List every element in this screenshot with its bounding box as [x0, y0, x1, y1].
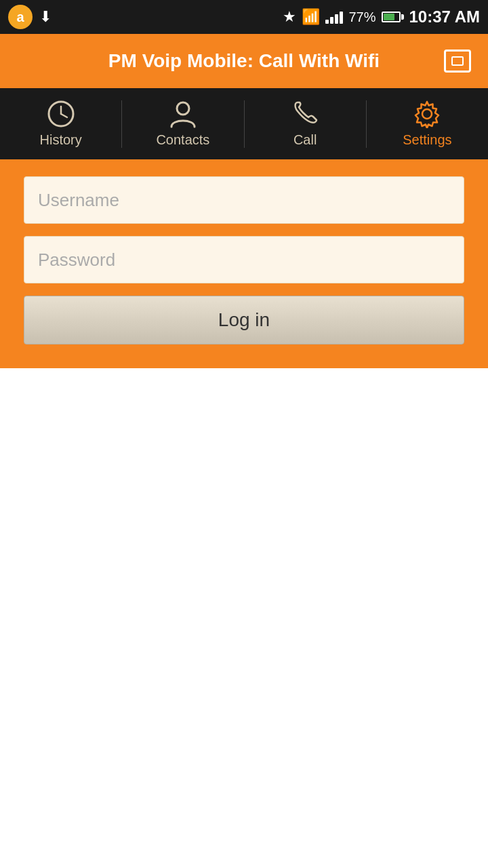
battery-percent: 77%: [348, 9, 375, 25]
bluetooth-icon: ★: [283, 8, 296, 26]
tab-settings-label: Settings: [403, 132, 451, 148]
login-button[interactable]: Log in: [24, 296, 464, 344]
username-input[interactable]: [24, 176, 464, 224]
clock-icon: [47, 100, 75, 128]
status-bar: a ⬇ ★ 📶 77% 10:37 AM: [0, 0, 488, 34]
white-area: [0, 368, 488, 843]
tab-call-label: Call: [293, 132, 317, 148]
wifi-icon: 📶: [302, 8, 320, 26]
menu-icon: [444, 50, 471, 73]
tab-call[interactable]: Call: [245, 88, 366, 159]
app-status-icon: a: [8, 5, 33, 29]
tab-history-label: History: [40, 132, 82, 148]
download-icon: ⬇: [39, 8, 52, 26]
tab-contacts-label: Contacts: [156, 132, 209, 148]
svg-point-3: [177, 102, 189, 115]
svg-line-2: [61, 114, 67, 117]
svg-point-4: [422, 109, 432, 119]
gear-icon: [413, 100, 441, 128]
signal-icon: [325, 10, 343, 24]
app-header: PM Voip Mobile: Call With Wifi: [0, 34, 488, 88]
tab-contacts[interactable]: Contacts: [122, 88, 243, 159]
battery-icon: [382, 12, 404, 22]
nav-tabs: History Contacts Call Settings: [0, 88, 488, 159]
person-icon: [170, 100, 196, 128]
phone-icon: [292, 100, 318, 128]
tab-history[interactable]: History: [0, 88, 121, 159]
status-time: 10:37 AM: [409, 7, 480, 26]
menu-button[interactable]: [441, 44, 474, 78]
password-input[interactable]: [24, 236, 464, 283]
app-title: PM Voip Mobile: Call With Wifi: [47, 50, 441, 72]
menu-icon-inner: [451, 56, 464, 66]
tab-settings[interactable]: Settings: [367, 88, 488, 159]
settings-content: Log in: [0, 159, 488, 368]
